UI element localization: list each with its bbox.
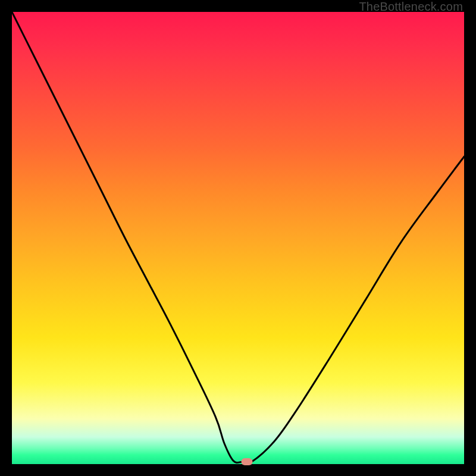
optimum-marker bbox=[242, 458, 253, 465]
bottleneck-curve bbox=[12, 12, 464, 464]
chart-frame: TheBottleneck.com bbox=[0, 0, 476, 476]
plot-area bbox=[12, 12, 464, 464]
attribution-label: TheBottleneck.com bbox=[359, 0, 463, 14]
